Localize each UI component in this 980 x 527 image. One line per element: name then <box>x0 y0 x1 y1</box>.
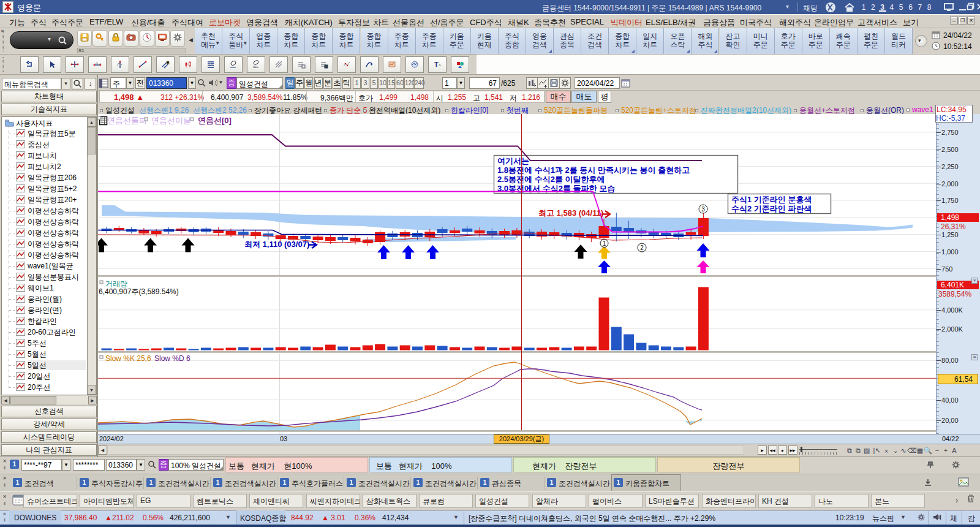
svg-text:2.5봉전에 수식2를 이탈한후에: 2.5봉전에 수식2를 이탈한후에 <box>497 175 605 184</box>
svg-text:연음선[0]: 연음선[0] <box>198 116 232 125</box>
svg-text:Slow %K 25,6: Slow %K 25,6 <box>105 354 151 363</box>
svg-text:3: 3 <box>701 206 705 213</box>
svg-text:연음선이탈: 연음선이탈 <box>151 116 191 125</box>
svg-text:주식1 기준라인 분홍색: 주식1 기준라인 분홍색 <box>731 195 812 204</box>
svg-text:1.8봉전에 수식1과 2를 동시 만족시키는 봉: 1.8봉전에 수식1과 2를 동시 만족시키는 봉이 출현하고 <box>497 165 690 175</box>
svg-text:거래량: 거래량 <box>105 279 127 288</box>
svg-text:수식2 기준라인 파란색: 수식2 기준라인 파란색 <box>731 204 812 213</box>
svg-text:ALL: ALL <box>253 65 258 69</box>
svg-text:T: T <box>434 61 439 68</box>
svg-text:연음선돌파: 연음선돌파 <box>107 116 147 125</box>
svg-text:2: 2 <box>640 245 644 251</box>
svg-text:최고 1,583 (04/11): 최고 1,583 (04/11) <box>538 208 603 218</box>
svg-text:6,400,907주(3,589.54%): 6,400,907주(3,589.54%) <box>99 287 179 296</box>
svg-text:최저 1,110 (03/07): 최저 1,110 (03/07) <box>244 240 309 249</box>
svg-text:여기서는: 여기서는 <box>497 156 529 165</box>
svg-text:1: 1 <box>603 240 606 247</box>
svg-text:Slow %D 6: Slow %D 6 <box>154 354 190 363</box>
